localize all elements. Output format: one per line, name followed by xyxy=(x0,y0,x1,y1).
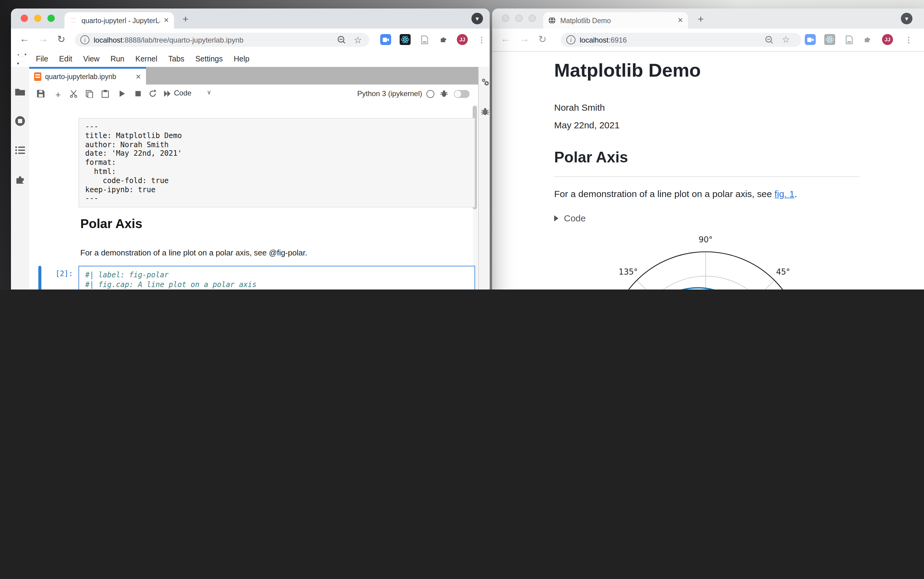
cell-type-dropdown[interactable]: Code xyxy=(174,89,191,97)
traffic-light-zoom[interactable] xyxy=(47,15,55,22)
yaml-line: author: Norah Smith xyxy=(85,140,468,149)
menu-help[interactable]: Help xyxy=(234,55,249,63)
paste-cells-button[interactable] xyxy=(101,89,110,98)
tab-title: Matplotlib Demo xyxy=(560,17,674,24)
run-cell-button[interactable] xyxy=(118,89,127,98)
site-info-icon[interactable]: i xyxy=(80,35,90,44)
browser-menu-icon[interactable]: ⋮ xyxy=(476,34,487,45)
menu-settings[interactable]: Settings xyxy=(195,55,222,63)
running-kernels-icon[interactable] xyxy=(15,116,26,126)
zoom-page-icon[interactable] xyxy=(337,35,346,45)
bookmark-star-icon[interactable]: ☆ xyxy=(780,34,792,45)
desktop: Matplotlib Demo ✕ + ▼ ← → ↻ i localhost:… xyxy=(0,0,924,290)
doc-author: Norah Smith xyxy=(554,102,605,113)
zoom-page-icon[interactable] xyxy=(764,34,774,45)
reload-button[interactable]: ↻ xyxy=(57,33,65,45)
jupyter-logo xyxy=(16,53,28,65)
yaml-line: format: xyxy=(85,158,468,167)
menu-edit[interactable]: Edit xyxy=(59,55,72,63)
menu-file[interactable]: File xyxy=(36,55,48,63)
menu-kernel[interactable]: Kernel xyxy=(135,55,157,63)
browser-toolbar: ← → ↻ i localhost:8888/lab/tree/quarto-j… xyxy=(11,29,490,52)
bookmark-star-icon[interactable]: ☆ xyxy=(354,34,362,45)
svg-text:90°: 90° xyxy=(698,235,713,244)
react-devtools-icon[interactable] xyxy=(400,34,410,45)
file-browser-icon[interactable] xyxy=(15,87,26,97)
traffic-light-close[interactable] xyxy=(21,15,28,22)
code-cell[interactable]: #| label: fig-polar#| fig.cap: A line pl… xyxy=(78,266,475,290)
figure-link[interactable]: fig. 1 xyxy=(774,188,795,199)
svg-text:45°: 45° xyxy=(776,267,790,276)
cut-cells-button[interactable] xyxy=(69,89,78,98)
svg-text:135°: 135° xyxy=(619,267,638,276)
kernel-name[interactable]: Python 3 (ipykernel) xyxy=(357,89,422,98)
site-info-icon[interactable]: i xyxy=(566,35,576,44)
notebook-tab[interactable]: quarto-jupyterlab.ipynb ✕ xyxy=(29,67,146,85)
extensions-puzzle-icon[interactable] xyxy=(438,34,449,45)
tab-close-icon[interactable]: ✕ xyxy=(678,16,683,25)
cell-execution-prompt: [2]: xyxy=(46,270,73,278)
extension-manager-icon[interactable] xyxy=(15,175,26,186)
browser-tab-strip: Matplotlib Demo ✕ + ▼ xyxy=(492,8,924,29)
new-tab-button[interactable]: + xyxy=(698,13,704,26)
zoom-extension-icon[interactable] xyxy=(805,34,816,45)
tab-close-icon[interactable]: ✕ xyxy=(136,73,141,80)
zoom-extension-icon[interactable] xyxy=(380,34,391,45)
address-bar[interactable]: i localhost:8888/lab/tree/quarto-jupyter… xyxy=(75,33,369,47)
url-rest: :6916 xyxy=(608,36,627,44)
tab-close-icon[interactable]: ✕ xyxy=(164,16,169,25)
tab-title: quarto-jupyterl - JupyterLab xyxy=(82,17,160,24)
traffic-light-zoom[interactable] xyxy=(528,15,536,22)
doc-paragraph: For a demonstration of a line plot on a … xyxy=(554,188,797,199)
code-fold-toggle[interactable]: Code xyxy=(554,213,586,223)
browser-tab[interactable]: quarto-jupyterl - JupyterLab ✕ xyxy=(64,12,174,29)
back-button[interactable]: ← xyxy=(20,33,29,44)
menu-tabs[interactable]: Tabs xyxy=(168,55,184,63)
yaml-line: keep-ipynb: true xyxy=(85,185,468,194)
property-inspector-icon[interactable] xyxy=(481,78,490,89)
yaml-line: --- xyxy=(85,194,468,203)
add-cell-button[interactable]: + xyxy=(54,89,63,98)
debugger-icon[interactable] xyxy=(481,107,490,118)
cell-collapser[interactable] xyxy=(38,266,41,290)
browser-toolbar: ← → ↻ i localhost:6916 ☆ JJ xyxy=(492,29,924,52)
document-extension-icon[interactable] xyxy=(844,34,855,45)
notebook-toolbar-toggle[interactable] xyxy=(454,90,469,98)
forward-button[interactable]: → xyxy=(520,33,529,44)
browser-tab[interactable]: Matplotlib Demo ✕ xyxy=(543,12,688,29)
traffic-light-minimize[interactable] xyxy=(34,15,41,22)
traffic-light-close[interactable] xyxy=(502,15,509,22)
globe-icon xyxy=(548,16,556,25)
menu-run[interactable]: Run xyxy=(110,55,124,63)
document-extension-icon[interactable] xyxy=(419,34,430,45)
restart-run-all-button[interactable] xyxy=(163,89,172,98)
notebook-toolbar: + Code ∨ Python 3 (ipykernel) xyxy=(29,85,478,104)
yaml-raw-cell[interactable]: ---title: Matplotlib Demoauthor: Norah S… xyxy=(78,118,475,208)
jupyterlab-menubar: FileEditViewRunKernelTabsSettingsHelp xyxy=(11,51,490,67)
react-devtools-icon[interactable] xyxy=(824,34,835,45)
profile-avatar[interactable]: JJ xyxy=(882,34,893,45)
kernel-status-icon xyxy=(427,90,434,98)
reload-button[interactable]: ↻ xyxy=(538,33,546,45)
doc-title: Matplotlib Demo xyxy=(554,60,701,82)
browser-menu-icon[interactable]: ⋮ xyxy=(903,34,914,45)
restart-kernel-button[interactable] xyxy=(149,89,157,98)
copy-cells-button[interactable] xyxy=(85,89,94,98)
interrupt-kernel-button[interactable] xyxy=(134,89,143,98)
back-button[interactable]: ← xyxy=(500,33,510,44)
debugger-bug-icon[interactable] xyxy=(440,89,449,98)
tab-search-button[interactable]: ▼ xyxy=(471,13,483,25)
doc-section-heading: Polar Axis xyxy=(554,149,628,166)
forward-button[interactable]: → xyxy=(38,33,48,44)
menu-view[interactable]: View xyxy=(83,55,100,63)
save-button[interactable] xyxy=(36,89,46,98)
url-host: localhost xyxy=(94,36,123,44)
traffic-light-minimize[interactable] xyxy=(515,15,523,22)
profile-avatar[interactable]: JJ xyxy=(457,34,468,45)
tab-search-button[interactable]: ▼ xyxy=(901,13,913,25)
new-tab-button[interactable]: + xyxy=(183,13,188,26)
table-of-contents-icon[interactable] xyxy=(15,145,26,156)
jupyterlab-browser-window: quarto-jupyterl - JupyterLab ✕ + ▼ ← → ↻… xyxy=(11,8,490,290)
code-line: #| label: fig-polar xyxy=(85,270,468,280)
extensions-puzzle-icon[interactable] xyxy=(862,34,873,45)
